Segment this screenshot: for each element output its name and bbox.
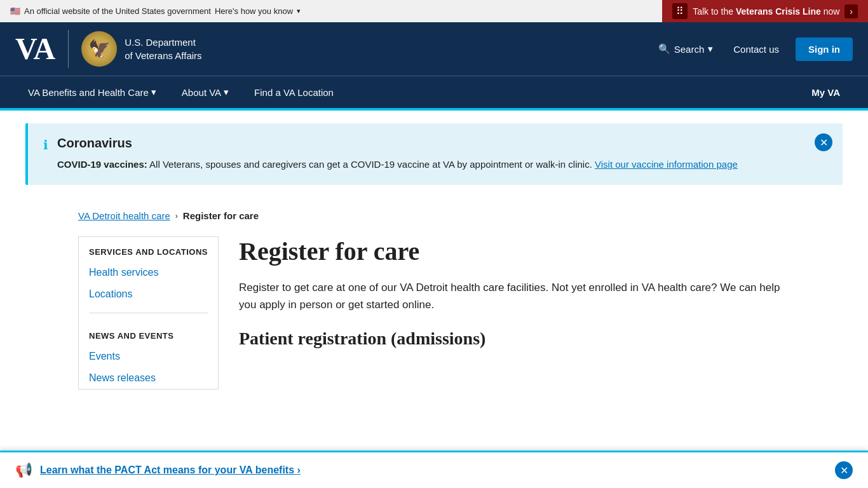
search-chevron-icon: ▾ — [708, 43, 713, 55]
sign-in-button[interactable]: Sign in — [796, 37, 853, 61]
nav-item-benefits[interactable]: VA Benefits and Health Care ▾ — [15, 76, 169, 108]
sidebar: SERVICES AND LOCATIONS Health services L… — [78, 236, 219, 390]
crisis-bar[interactable]: ⠿ Talk to the Veterans Crisis Line now › — [662, 0, 868, 22]
info-icon: ℹ — [43, 137, 48, 152]
alert-title: Coronavirus — [57, 136, 738, 151]
my-va-link[interactable]: My VA — [799, 77, 853, 108]
gov-banner: 🇺🇸 An official website of the United Sta… — [0, 0, 662, 22]
va-wordmark: VA — [15, 34, 55, 64]
main-nav: VA Benefits and Health Care ▾ About VA ▾… — [0, 76, 868, 108]
alert-content: Coronavirus COVID-19 vaccines: All Veter… — [57, 136, 738, 172]
about-chevron-icon: ▾ — [224, 86, 229, 98]
article-subheading: Patient registration (admissions) — [239, 329, 790, 349]
article-heading: Register for care — [239, 236, 790, 266]
sidebar-divider — [89, 313, 208, 313]
contact-us-button[interactable]: Contact us — [724, 39, 788, 60]
alert-close-button[interactable]: ✕ — [815, 133, 832, 151]
cyan-accent-bar — [0, 108, 868, 111]
coronavirus-alert: ℹ Coronavirus COVID-19 vaccines: All Vet… — [25, 123, 843, 185]
sidebar-section-news: NEWS AND EVENTS — [79, 321, 218, 346]
nav-links: VA Benefits and Health Care ▾ About VA ▾… — [15, 76, 346, 108]
crisis-text: Talk to the Veterans Crisis Line now — [693, 6, 839, 17]
article-body: Register to get care at one of our VA De… — [239, 279, 790, 313]
sidebar-item-locations[interactable]: Locations — [79, 283, 218, 305]
vaccine-info-link[interactable]: Visit our vaccine information page — [595, 159, 738, 170]
nav-item-location[interactable]: Find a VA Location — [241, 77, 346, 108]
main-header: VA 🦅 U.S. Department of Veterans Affairs… — [0, 22, 868, 76]
search-button[interactable]: 🔍 Search ▾ — [649, 38, 722, 60]
sidebar-item-events[interactable]: Events — [79, 346, 218, 367]
content-area: SERVICES AND LOCATIONS Health services L… — [78, 236, 790, 390]
va-seal: 🦅 — [81, 31, 117, 67]
header-actions: 🔍 Search ▾ Contact us Sign in — [649, 37, 853, 61]
sidebar-section-services: SERVICES AND LOCATIONS — [79, 237, 218, 262]
sidebar-item-health-services[interactable]: Health services — [79, 262, 218, 283]
top-row: 🇺🇸 An official website of the United Sta… — [0, 0, 868, 22]
main-content: VA Detroit health care › Register for ca… — [53, 198, 815, 415]
gov-text: An official website of the United States… — [24, 6, 211, 16]
breadcrumb-parent-link[interactable]: VA Detroit health care — [78, 210, 170, 221]
chevron-down-icon: ▾ — [297, 7, 301, 15]
nav-item-about[interactable]: About VA ▾ — [169, 76, 241, 108]
breadcrumb-separator: › — [175, 212, 178, 220]
heres-how-link[interactable]: Here's how you know — [215, 6, 293, 16]
crisis-arrow-icon: › — [844, 4, 858, 18]
va-logo[interactable]: VA 🦅 U.S. Department of Veterans Affairs — [15, 30, 202, 68]
breadcrumb-current: Register for care — [183, 210, 259, 221]
us-flag-icon: 🇺🇸 — [10, 6, 20, 16]
logo-divider — [68, 30, 69, 68]
breadcrumb: VA Detroit health care › Register for ca… — [78, 198, 790, 236]
dept-name: U.S. Department of Veterans Affairs — [125, 36, 201, 62]
search-icon: 🔍 — [658, 43, 670, 55]
alert-body: COVID-19 vaccines: All Veterans, spouses… — [57, 157, 738, 172]
sidebar-item-news-releases[interactable]: News releases — [79, 367, 218, 389]
crisis-icon: ⠿ — [672, 3, 688, 19]
article: Register for care Register to get care a… — [239, 236, 790, 349]
benefits-chevron-icon: ▾ — [151, 86, 156, 98]
